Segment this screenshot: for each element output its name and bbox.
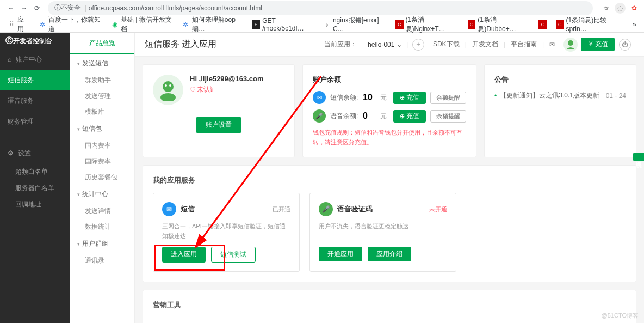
bookmark-m1[interactable]: C(1条消息)Nginx+T… — [392, 14, 462, 35]
overflow-icon[interactable]: » — [629, 20, 640, 29]
card-user: Hi ,lijie5299@163.com ♡未认证 账户设置 — [143, 64, 295, 157]
bookmarks-bar: ⠿应用 ✲百度一下，你就知道 ◉基础 | 微信开放文档 ✲如何来理解oop编… … — [0, 16, 644, 33]
reload-icon[interactable]: ⟳ — [30, 2, 44, 15]
notice-item[interactable]: • 【更新通知】云之讯3.0.1版本更新 01 - 24 — [494, 91, 626, 100]
home-icon: ⌂ — [8, 56, 11, 63]
sub-g1s2[interactable]: 发送管理 — [70, 88, 134, 104]
sidebar-finance[interactable]: 财务管理 — [0, 111, 70, 132]
user-greeting: Hi ,lijie5299@163.com — [190, 75, 264, 83]
topbar: 短信服务 进入应用 当前应用： hello-001 ⌄ | ＋ SDK下载 | … — [135, 33, 644, 57]
card-balance: 账户余额 ✉ 短信余额: 10 元 ⊕ 充值 余额提醒 🎤 语音余额: 0 元 — [302, 64, 476, 157]
csdn-icon: C — [468, 20, 476, 29]
secondary-sidebar: 产品总览 发送短信 群发助手 发送管理 模板库 短信包 国内费率 国际费率 历史… — [70, 33, 135, 323]
apps-button[interactable]: ⠿应用 — [4, 14, 33, 35]
sdk-link[interactable]: SDK下载 — [433, 40, 460, 49]
wechat-icon: ◉ — [110, 20, 119, 29]
voice-icon: 🎤 — [313, 109, 326, 123]
star-icon[interactable]: ☆ — [600, 3, 611, 14]
sidebar-s2[interactable]: 服务器白名单 — [0, 180, 70, 196]
sub-g2s2[interactable]: 国际费率 — [70, 154, 134, 169]
svc-voice-title: 语音验证码 — [337, 204, 373, 214]
bookmark-nginx[interactable]: ♪nginx报错[error] C… — [319, 15, 390, 34]
voice-withdraw-button[interactable]: 余额提醒 — [430, 110, 466, 123]
overview-tab[interactable]: 产品总览 — [70, 33, 134, 54]
back-icon[interactable]: ← — [4, 2, 17, 15]
ext-icon[interactable]: ✿ — [629, 3, 640, 14]
panel-services: 我的应用服务 ✉ 短信 已开通 三网合一，API一键接入即享短信验证，短信通知极… — [143, 165, 636, 282]
sub-g1s1[interactable]: 群发助手 — [70, 72, 134, 88]
avatar[interactable] — [564, 38, 578, 52]
panel-marketing: 营销工具 — [143, 290, 636, 323]
svg-point-2 — [160, 93, 176, 101]
sidebar-sms[interactable]: 短信服务 — [0, 70, 70, 90]
svg-point-1 — [163, 81, 174, 92]
add-icon[interactable]: ＋ — [412, 39, 424, 51]
url-bar[interactable]: ⓘ 不安全 | office.ucpaas.com/controlHtmls/p… — [48, 1, 593, 15]
svc-sms-status: 已开通 — [273, 205, 290, 214]
sidebar-settings[interactable]: ⚙设置 — [0, 143, 70, 163]
csdn-icon: C — [556, 20, 564, 29]
url-text: office.ucpaas.com/controlHtmls/pages/acc… — [89, 4, 262, 12]
site-icon: E — [252, 20, 261, 29]
svc-voice-status: 未开通 — [429, 205, 447, 214]
primary-sidebar: Ⓒ开发者控制台 ⌂账户中心 短信服务 语音服务 财务管理 ⚙设置 超频白名单 服… — [0, 33, 70, 323]
info-icon: ⓘ — [54, 3, 61, 13]
group-users[interactable]: 用户群组 — [70, 235, 134, 253]
cur-app-select[interactable]: hello-001 ⌄ — [368, 41, 402, 48]
logo: Ⓒ开发者控制台 — [0, 33, 70, 49]
sms-test-button[interactable]: 短信测试 — [211, 247, 256, 263]
bookmark-m3[interactable]: C(1条消息)比较sprin… — [553, 15, 625, 34]
notice-title: 公告 — [494, 75, 626, 84]
online-chat-button[interactable]: 在线咨询 — [633, 153, 644, 161]
csdn-icon: C — [395, 20, 404, 29]
svc-sms-desc: 三网合一，API一键接入即享短信验证，短信通知极速达 — [162, 222, 290, 239]
services-title: 我的应用服务 — [153, 175, 626, 185]
enter-app-button[interactable]: 进入应用 — [162, 247, 206, 263]
sidebar-voice[interactable]: 语音服务 — [0, 90, 70, 111]
bookmark-m3a[interactable]: C — [535, 19, 550, 30]
sub-g3s1[interactable]: 发送详情 — [70, 203, 134, 219]
sub-g2s3[interactable]: 历史套餐包 — [70, 169, 134, 185]
sidebar-s1[interactable]: 超频白名单 — [0, 163, 70, 180]
heart-icon: ♡ — [190, 86, 196, 94]
chevron-down-icon: ⌄ — [397, 41, 402, 48]
sidebar-account[interactable]: ⌂账户中心 — [0, 49, 70, 70]
sidebar-s3[interactable]: 回调地址 — [0, 196, 70, 212]
sub-g1s3[interactable]: 模板库 — [70, 104, 134, 120]
sms-svc-icon: ✉ — [162, 202, 176, 216]
app-intro-button[interactable]: 应用介绍 — [368, 247, 411, 261]
notice-date: 01 - 24 — [606, 92, 626, 100]
forward-icon[interactable]: → — [17, 2, 30, 15]
mail-icon[interactable]: ✉ — [549, 41, 555, 48]
open-app-button[interactable]: 开通应用 — [319, 247, 362, 261]
group-pkg[interactable]: 短信包 — [70, 120, 134, 138]
bookmark-oop[interactable]: ✲如何来理解oop编… — [178, 14, 246, 35]
sms-recharge-button[interactable]: ⊕ 充值 — [393, 92, 426, 104]
group-stats[interactable]: 统计中心 — [70, 185, 134, 203]
sub-g4s1[interactable]: 通讯录 — [70, 253, 134, 269]
power-icon[interactable]: ⏻ — [619, 39, 631, 51]
guide-link[interactable]: 平台指南 — [511, 40, 537, 49]
sms-withdraw-button[interactable]: 余额提醒 — [430, 92, 466, 104]
svg-point-4 — [169, 84, 171, 87]
svc-voice-desc: 用户不流失，语言验证更稳定触达 — [319, 222, 447, 239]
voice-recharge-button[interactable]: ⊕ 充值 — [393, 110, 426, 123]
sub-g2s1[interactable]: 国内费率 — [70, 138, 134, 154]
page-title: 短信服务 进入应用 — [145, 39, 216, 50]
voice-svc-icon: 🎤 — [319, 202, 333, 216]
docs-link[interactable]: 开发文档 — [472, 40, 498, 49]
sms-bal-value: 10 — [363, 93, 376, 102]
svg-point-0 — [568, 40, 573, 46]
svc-sms-title: 短信 — [181, 204, 195, 214]
bookmark-get[interactable]: EGET /mock/5c1df… — [249, 16, 318, 33]
sub-g3s2[interactable]: 数据统计 — [70, 219, 134, 235]
bookmark-baidu[interactable]: ✲百度一下，你就知道 — [35, 14, 105, 35]
bookmark-m2[interactable]: C(1条消息)Dubbo+… — [465, 14, 533, 35]
group-send[interactable]: 发送短信 — [70, 54, 134, 72]
sms-icon: ✉ — [313, 91, 326, 104]
recharge-button[interactable]: ￥充值 — [581, 38, 615, 51]
account-settings-button[interactable]: 账户设置 — [196, 117, 242, 133]
unit: 元 — [380, 112, 389, 121]
profile-icon[interactable]: ◌ — [615, 3, 626, 14]
bookmark-wx[interactable]: ◉基础 | 微信开放文档 — [107, 14, 176, 35]
